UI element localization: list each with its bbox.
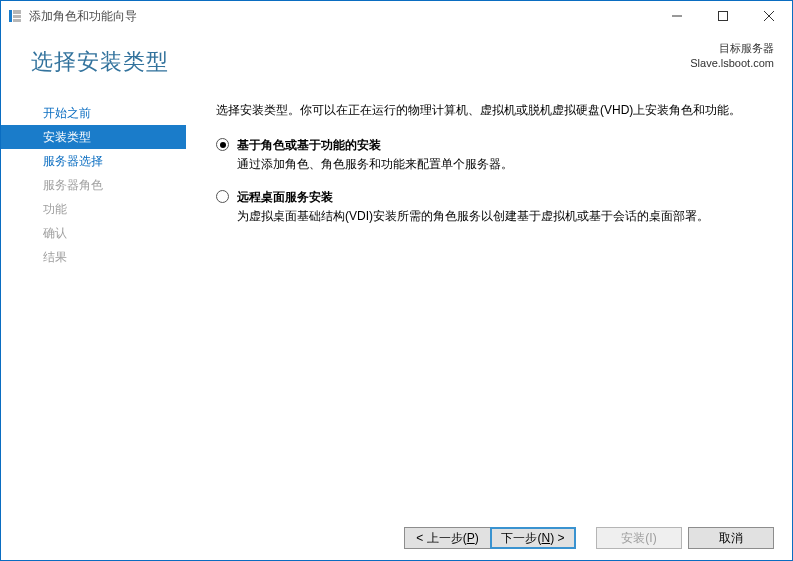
svg-rect-1 [13, 10, 21, 14]
svg-rect-2 [13, 15, 21, 18]
cancel-button[interactable]: 取消 [688, 527, 774, 549]
minimize-button[interactable] [654, 1, 700, 31]
window-title: 添加角色和功能向导 [29, 8, 654, 25]
target-server-info: 目标服务器 Slave.lsboot.com [690, 39, 774, 72]
radio-text: 基于角色或基于功能的安装 通过添加角色、角色服务和功能来配置单个服务器。 [237, 136, 513, 174]
sidebar-item-confirmation: 确认 [1, 221, 186, 245]
wizard-footer: < 上一步(P) 下一步(N) > 安装(I) 取消 [1, 516, 792, 560]
sidebar-item-label: 确认 [43, 225, 67, 242]
window-controls [654, 1, 792, 31]
sidebar-item-server-roles: 服务器角色 [1, 173, 186, 197]
wizard-header: 选择安装类型 目标服务器 Slave.lsboot.com [1, 31, 792, 87]
wizard-body: 开始之前 安装类型 服务器选择 服务器角色 功能 确认 结果 选择安装类型。你 [1, 87, 792, 516]
wizard-content: 选择安装类型。你可以在正在运行的物理计算机、虚拟机或脱机虚拟硬盘(VHD)上安装… [186, 87, 792, 516]
sidebar-item-label: 结果 [43, 249, 67, 266]
button-text-prefix: < 上一步( [416, 530, 466, 547]
sidebar-item-label: 安装类型 [43, 129, 91, 146]
svg-rect-5 [719, 12, 728, 21]
button-mnemonic: N [541, 531, 550, 545]
sidebar-item-installation-type[interactable]: 安装类型 [1, 125, 186, 149]
close-button[interactable] [746, 1, 792, 31]
radio-option-role-based[interactable]: 基于角色或基于功能的安装 通过添加角色、角色服务和功能来配置单个服务器。 [216, 136, 770, 174]
titlebar: 添加角色和功能向导 [1, 1, 792, 31]
intro-text: 选择安装类型。你可以在正在运行的物理计算机、虚拟机或脱机虚拟硬盘(VHD)上安装… [216, 101, 770, 120]
sidebar-item-label: 服务器选择 [43, 153, 103, 170]
next-button[interactable]: 下一步(N) > [490, 527, 576, 549]
sidebar-item-label: 服务器角色 [43, 177, 103, 194]
wizard-steps-sidebar: 开始之前 安装类型 服务器选择 服务器角色 功能 确认 结果 [1, 87, 186, 516]
radio-icon [216, 138, 229, 151]
radio-description: 通过添加角色、角色服务和功能来配置单个服务器。 [237, 155, 513, 174]
button-text: 取消 [719, 530, 743, 547]
svg-rect-3 [13, 19, 21, 22]
sidebar-item-label: 开始之前 [43, 105, 91, 122]
button-text-prefix: 下一步( [501, 530, 541, 547]
button-text-suffix: ) [475, 531, 479, 545]
target-server-label: 目标服务器 [690, 41, 774, 56]
button-text-suffix: ) [653, 531, 657, 545]
app-icon [7, 8, 23, 24]
svg-rect-0 [9, 10, 12, 22]
button-mnemonic: P [467, 531, 475, 545]
radio-icon [216, 190, 229, 203]
button-text-prefix: 安装( [621, 530, 649, 547]
sidebar-item-features: 功能 [1, 197, 186, 221]
button-text-suffix: ) > [550, 531, 564, 545]
sidebar-item-label: 功能 [43, 201, 67, 218]
radio-label: 远程桌面服务安装 [237, 188, 709, 206]
radio-label: 基于角色或基于功能的安装 [237, 136, 513, 154]
sidebar-item-server-selection[interactable]: 服务器选择 [1, 149, 186, 173]
installation-type-radio-group: 基于角色或基于功能的安装 通过添加角色、角色服务和功能来配置单个服务器。 远程桌… [216, 136, 770, 226]
sidebar-item-results: 结果 [1, 245, 186, 269]
page-title: 选择安装类型 [31, 47, 690, 77]
target-server-value: Slave.lsboot.com [690, 56, 774, 71]
radio-text: 远程桌面服务安装 为虚拟桌面基础结构(VDI)安装所需的角色服务以创建基于虚拟机… [237, 188, 709, 226]
nav-button-group: < 上一步(P) 下一步(N) > [404, 527, 576, 549]
maximize-button[interactable] [700, 1, 746, 31]
wizard-window: 添加角色和功能向导 选择安装类型 目标服务器 Slave.lsboot.com … [0, 0, 793, 561]
sidebar-item-before-you-begin[interactable]: 开始之前 [1, 101, 186, 125]
install-button: 安装(I) [596, 527, 682, 549]
radio-description: 为虚拟桌面基础结构(VDI)安装所需的角色服务以创建基于虚拟机或基于会话的桌面部… [237, 207, 709, 226]
previous-button[interactable]: < 上一步(P) [404, 527, 490, 549]
radio-option-remote-desktop[interactable]: 远程桌面服务安装 为虚拟桌面基础结构(VDI)安装所需的角色服务以创建基于虚拟机… [216, 188, 770, 226]
